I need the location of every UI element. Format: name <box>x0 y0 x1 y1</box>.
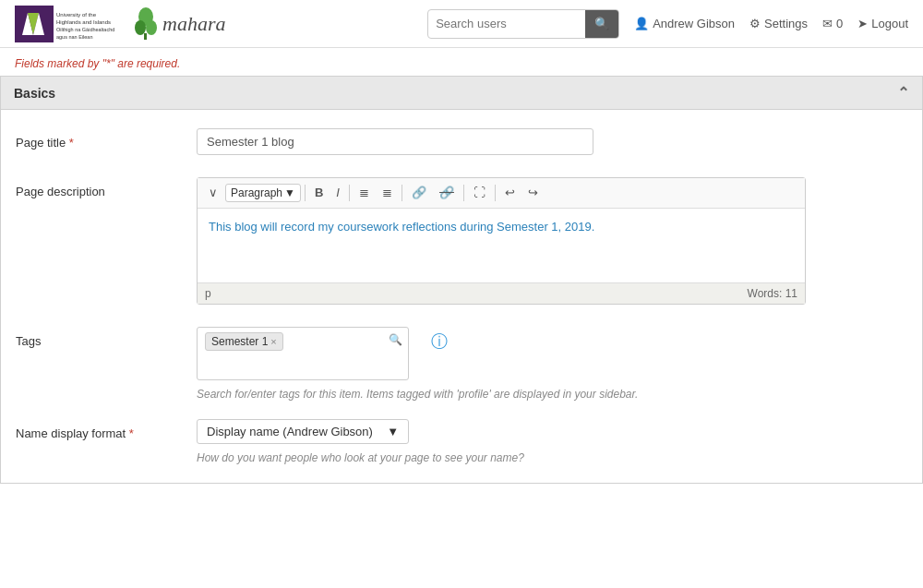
redo-button[interactable]: ↪ <box>522 182 544 204</box>
toolbar-sep-1 <box>305 185 306 201</box>
settings-icon: ⚙ <box>749 17 761 30</box>
page-title-label: Page title * <box>16 128 182 150</box>
search-input[interactable] <box>428 17 585 30</box>
name-display-label: Name display format * <box>16 419 182 440</box>
toolbar-sep-4 <box>463 185 464 201</box>
page-description-row: Page description ∨ Paragraph ▼ B I ≣ ≣ <box>16 177 907 305</box>
svg-text:agus nan Eilean: agus nan Eilean <box>56 34 92 40</box>
name-display-value: Display name (Andrew Gibson) <box>207 425 373 438</box>
form-area: Page title * Page description ∨ Paragrap… <box>0 110 923 484</box>
tag-semester-1[interactable]: Semester 1 × <box>205 332 283 351</box>
tags-search-icon: 🔍 <box>389 333 402 346</box>
paragraph-dropdown-label: Paragraph <box>231 186 282 199</box>
svg-point-9 <box>135 20 146 35</box>
editor-footer: p Words: 11 <box>198 282 805 304</box>
search-box[interactable]: 🔍 <box>427 9 619 39</box>
rich-text-editor: ∨ Paragraph ▼ B I ≣ ≣ 🔗 🔗 ⛶ <box>197 177 806 305</box>
logo-area: University of the Highlands and Islands … <box>15 6 225 42</box>
settings-label: Settings <box>764 17 808 30</box>
chevron-up-icon[interactable]: ⌃ <box>897 84 909 102</box>
toolbar-sep-3 <box>402 185 402 201</box>
tags-label: Tags <box>16 327 182 348</box>
editor-tag-p: p <box>205 287 211 300</box>
username-label: Andrew Gibson <box>653 17 735 30</box>
page-description-label: Page description <box>16 177 182 198</box>
toolbar-sep-5 <box>495 185 496 201</box>
tags-input-box[interactable]: Semester 1 × 🔍 <box>197 327 409 380</box>
logout-link[interactable]: ➤ Logout <box>857 17 908 30</box>
envelope-icon: ✉ <box>822 17 833 30</box>
mahara-leaf-icon <box>133 7 159 41</box>
section-title: Basics <box>14 86 55 101</box>
messages-count: 0 <box>836 17 843 30</box>
editor-content: This blog will record my coursework refl… <box>209 220 594 234</box>
name-required-star: * <box>129 426 134 440</box>
uhi-logo: University of the Highlands and Islands … <box>15 6 126 42</box>
search-button[interactable]: 🔍 <box>585 10 618 38</box>
page-title-row: Page title * <box>16 128 907 155</box>
editor-body[interactable]: This blog will record my coursework refl… <box>198 209 805 282</box>
info-icon[interactable]: ⓘ <box>431 330 448 353</box>
tags-hint: Search for/enter tags for this item. Ite… <box>197 388 907 401</box>
logout-label: Logout <box>871 17 908 30</box>
svg-text:Highlands and Islands: Highlands and Islands <box>56 19 111 25</box>
svg-point-10 <box>146 20 157 35</box>
nav-links: 👤 Andrew Gibson ⚙ Settings ✉ 0 ➤ Logout <box>634 17 908 30</box>
link-button[interactable]: 🔗 <box>406 182 432 204</box>
editor-toolbar: ∨ Paragraph ▼ B I ≣ ≣ 🔗 🔗 ⛶ <box>198 178 805 209</box>
tag-text: Semester 1 <box>211 335 268 348</box>
mahara-logo: mahara <box>133 7 225 41</box>
required-notice: Fields marked by "*" are required. <box>0 48 923 76</box>
undo-button[interactable]: ↩ <box>499 182 521 204</box>
settings-link[interactable]: ⚙ Settings <box>749 17 808 30</box>
tags-field-wrapper: Semester 1 × 🔍 <box>197 327 409 380</box>
header: University of the Highlands and Islands … <box>0 0 923 48</box>
svg-text:Oilthigh na Gàidhealtachd: Oilthigh na Gàidhealtachd <box>56 27 114 32</box>
name-display-format-row: Name display format * Display name (Andr… <box>16 419 907 444</box>
name-display-hint: How do you want people who look at your … <box>197 451 907 464</box>
editor-area: ∨ Paragraph ▼ B I ≣ ≣ 🔗 🔗 ⛶ <box>197 177 907 305</box>
editor-word-count: Words: 11 <box>748 287 797 300</box>
tags-row: Tags Semester 1 × 🔍 ⓘ <box>16 327 907 380</box>
italic-button[interactable]: I <box>330 182 345 204</box>
page-title-field-area <box>197 128 907 155</box>
svg-rect-11 <box>144 33 147 40</box>
mahara-text: mahara <box>162 12 225 36</box>
dropdown-arrow-icon: ▼ <box>284 186 295 199</box>
toolbar-expand-btn[interactable]: ∨ <box>203 182 223 204</box>
unlink-button[interactable]: 🔗 <box>434 182 460 204</box>
image-button[interactable]: ⛶ <box>468 182 491 204</box>
page-title-input[interactable] <box>197 128 593 155</box>
paragraph-dropdown[interactable]: Paragraph ▼ <box>225 184 301 202</box>
user-icon: 👤 <box>634 17 649 30</box>
name-display-field-area: Display name (Andrew Gibson) ▼ <box>197 419 907 444</box>
section-header: Basics ⌃ <box>0 76 923 110</box>
tag-remove-icon[interactable]: × <box>270 336 276 347</box>
toolbar-sep-2 <box>349 185 350 201</box>
messages-link[interactable]: ✉ 0 <box>822 17 843 30</box>
bold-button[interactable]: B <box>309 182 329 204</box>
user-profile-link[interactable]: 👤 Andrew Gibson <box>634 17 735 30</box>
name-display-select[interactable]: Display name (Andrew Gibson) ▼ <box>197 419 409 444</box>
logout-icon: ➤ <box>857 17 868 30</box>
unordered-list-button[interactable]: ≣ <box>377 182 398 204</box>
required-star: * <box>69 136 74 150</box>
svg-text:University of the: University of the <box>56 12 97 18</box>
ordered-list-button[interactable]: ≣ <box>354 182 375 204</box>
name-select-arrow-icon: ▼ <box>387 425 399 438</box>
